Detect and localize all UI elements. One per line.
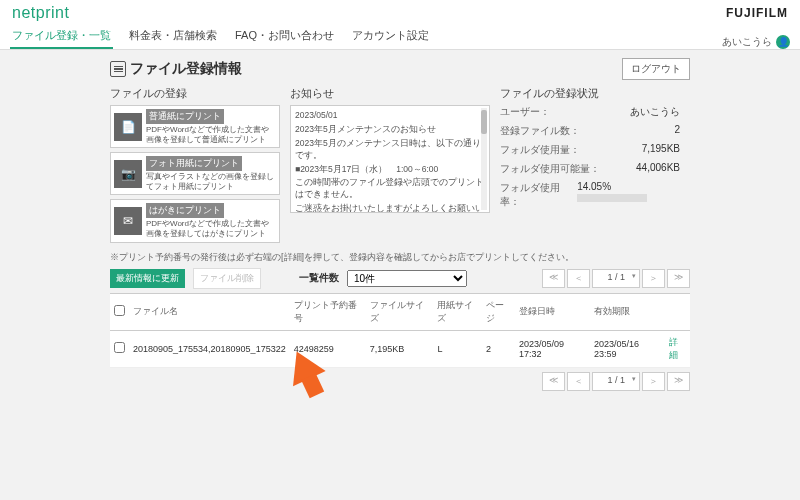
status-label: フォルダ使用量：: [500, 143, 580, 157]
pager-current[interactable]: 1 / 1: [592, 269, 640, 288]
th-filesize: ファイルサイズ: [366, 293, 434, 330]
status-label: ユーザー：: [500, 105, 550, 119]
notice-line: この時間帯のファイル登録や店頭でのプリントはできません。: [295, 177, 485, 201]
avatar-icon[interactable]: 👤: [776, 35, 790, 49]
th-filename: ファイル名: [129, 293, 290, 330]
list-icon: [110, 61, 126, 77]
usage-progress: [577, 194, 647, 202]
cell-filename: 20180905_175534,20180905_175322: [129, 330, 290, 367]
perpage-select[interactable]: 10件: [347, 270, 467, 287]
card-plain-paper[interactable]: 📄 普通紙にプリント PDFやWordなどで作成した文書や画像を登録して普通紙に…: [110, 105, 280, 148]
refresh-button[interactable]: 最新情報に更新: [110, 269, 185, 288]
pager-current[interactable]: 1 / 1: [592, 372, 640, 391]
username: あいこうら: [722, 35, 772, 49]
card-desc: 写真やイラストなどの画像を登録してフォト用紙にプリント: [146, 172, 276, 191]
scrollbar[interactable]: [481, 108, 487, 210]
logout-button[interactable]: ログアウト: [622, 58, 690, 80]
card-title: はがきにプリント: [146, 203, 224, 218]
panel-title-notices: お知らせ: [290, 86, 490, 101]
files-table: ファイル名 プリント予約番号 ファイルサイズ 用紙サイズ ページ 登録日時 有効…: [110, 293, 690, 368]
tab-faq[interactable]: FAQ・お問い合わせ: [233, 24, 336, 49]
brand-logo: FUJIFILM: [726, 6, 788, 20]
table-row: 20180905_175534,20180905_175322 42498259…: [110, 330, 690, 367]
cell-pages: 2: [482, 330, 515, 367]
cell-created: 2023/05/09 17:32: [515, 330, 590, 367]
status-label: フォルダ使用率：: [500, 181, 577, 209]
notice-line: ■2023年5月17日（水） 1:00～6:00: [295, 164, 485, 176]
tab-pricing[interactable]: 料金表・店舗検索: [127, 24, 219, 49]
status-value: 44,006KB: [636, 162, 680, 176]
card-desc: PDFやWordなどで作成した文書や画像を登録してはがきにプリント: [146, 219, 276, 238]
pager-next[interactable]: ＞: [642, 269, 665, 288]
photo-icon: 📷: [114, 160, 142, 188]
cell-filesize: 7,195KB: [366, 330, 434, 367]
panel-title-status: ファイルの登録状況: [500, 86, 680, 101]
pager-prev[interactable]: ＜: [567, 372, 590, 391]
notice-line: 2023年5月のメンテナンス日時は、以下の通りです。: [295, 138, 485, 162]
status-label: フォルダ使用可能量：: [500, 162, 600, 176]
perpage-label: 一覧件数: [299, 271, 339, 285]
th-reservation: プリント予約番号: [290, 293, 366, 330]
pager-last[interactable]: ≫: [667, 269, 690, 288]
status-value: 7,195KB: [642, 143, 680, 157]
notice-headline: 2023年5月メンテナンスのお知らせ: [295, 124, 485, 136]
app-logo: netprint: [12, 4, 69, 22]
th-created: 登録日時: [515, 293, 590, 330]
select-all-checkbox[interactable]: [114, 305, 125, 316]
card-postcard[interactable]: ✉ はがきにプリント PDFやWordなどで作成した文書や画像を登録してはがきに…: [110, 199, 280, 242]
cell-papersize: L: [433, 330, 482, 367]
th-papersize: 用紙サイズ: [433, 293, 482, 330]
status-label: 登録ファイル数：: [500, 124, 580, 138]
pager-last[interactable]: ≫: [667, 372, 690, 391]
pager-first[interactable]: ≪: [542, 269, 565, 288]
pager-prev[interactable]: ＜: [567, 269, 590, 288]
row-checkbox[interactable]: [114, 342, 125, 353]
notices-box[interactable]: 2023/05/01 2023年5月メンテナンスのお知らせ 2023年5月のメン…: [290, 105, 490, 213]
panel-title-register: ファイルの登録: [110, 86, 280, 101]
document-icon: 📄: [114, 113, 142, 141]
status-value: あいこうら: [630, 105, 680, 119]
pager-next[interactable]: ＞: [642, 372, 665, 391]
card-title: 普通紙にプリント: [146, 109, 224, 124]
card-desc: PDFやWordなどで作成した文書や画像を登録して普通紙にプリント: [146, 125, 276, 144]
notice-line: ご迷惑をお掛けいたしますがよろしくお願いいたします。: [295, 203, 485, 213]
tab-account[interactable]: アカウント設定: [350, 24, 431, 49]
status-value: 14.05%: [577, 181, 611, 192]
card-photo-paper[interactable]: 📷 フォト用紙にプリント 写真やイラストなどの画像を登録してフォト用紙にプリント: [110, 152, 280, 195]
postcard-icon: ✉: [114, 207, 142, 235]
notice-date: 2023/05/01: [295, 110, 485, 122]
instruction-note: ※プリント予約番号の発行後は必ず右端の[詳細]を押して、登録内容を確認してからお…: [110, 251, 690, 264]
tab-file-list[interactable]: ファイル登録・一覧: [10, 24, 113, 49]
th-pages: ページ: [482, 293, 515, 330]
th-expires: 有効期限: [590, 293, 665, 330]
cell-expires: 2023/05/16 23:59: [590, 330, 665, 367]
page-title: ファイル登録情報: [130, 60, 242, 78]
detail-link[interactable]: 詳細: [669, 337, 678, 360]
status-value: 2: [674, 124, 680, 138]
card-title: フォト用紙にプリント: [146, 156, 242, 171]
pager-first[interactable]: ≪: [542, 372, 565, 391]
delete-button[interactable]: ファイル削除: [193, 268, 261, 289]
